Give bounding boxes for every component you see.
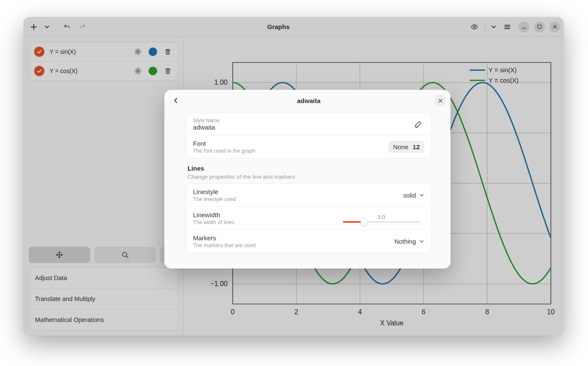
lines-card: Linestyle The linestyle used solid Linew… bbox=[186, 183, 431, 253]
style-name-label: Style Name bbox=[193, 118, 408, 124]
minimize-button[interactable] bbox=[518, 21, 529, 32]
svg-text:1.00: 1.00 bbox=[214, 79, 228, 86]
equation-item[interactable]: Y = sin(X) bbox=[29, 42, 178, 61]
gear-icon bbox=[134, 67, 142, 75]
pan-tool-button[interactable] bbox=[29, 247, 90, 263]
font-row[interactable]: Font The font used in the graph None 12 bbox=[186, 135, 431, 158]
operations-list: Adjust Data Translate and Multiply Mathe… bbox=[29, 267, 178, 331]
hamburger-menu-button[interactable] bbox=[500, 20, 514, 34]
view-menu-button[interactable] bbox=[489, 20, 499, 34]
add-menu-button[interactable] bbox=[42, 20, 52, 34]
undo-button[interactable] bbox=[60, 20, 74, 34]
dialog-title: adwaita bbox=[183, 97, 434, 104]
linewidth-row: Linewidth The width of lines 3.0 bbox=[186, 207, 431, 230]
font-label: Font bbox=[193, 140, 384, 147]
slider-track[interactable] bbox=[343, 221, 420, 223]
svg-text:−1.00: −1.00 bbox=[211, 280, 228, 287]
markers-row[interactable]: Markers The markers that are used Nothin… bbox=[186, 230, 431, 253]
linewidth-label: Linewidth bbox=[193, 211, 334, 218]
app-window: Graphs Y = sin(X) bbox=[23, 17, 564, 336]
dialog-header: adwaita bbox=[164, 90, 451, 111]
linestyle-label: Linestyle bbox=[193, 188, 399, 195]
minimize-icon bbox=[521, 24, 527, 30]
trash-icon bbox=[164, 68, 171, 74]
svg-text:2: 2 bbox=[295, 308, 298, 316]
dialog-close-button[interactable] bbox=[434, 94, 446, 106]
svg-text:Y = cos(X): Y = cos(X) bbox=[489, 77, 518, 84]
svg-point-0 bbox=[474, 26, 475, 27]
slider-thumb[interactable] bbox=[360, 218, 368, 226]
close-icon bbox=[438, 98, 443, 103]
trash-icon bbox=[164, 48, 171, 55]
accordion-item[interactable]: Translate and Multiply bbox=[29, 288, 178, 309]
hamburger-icon bbox=[504, 24, 511, 30]
accordion-item[interactable]: Adjust Data bbox=[29, 268, 178, 288]
equation-settings-button[interactable] bbox=[133, 66, 143, 76]
svg-point-2 bbox=[137, 51, 139, 53]
linewidth-slider[interactable]: 3.0 bbox=[339, 214, 424, 223]
check-icon bbox=[36, 49, 42, 55]
equation-label: Y = cos(X) bbox=[50, 68, 128, 74]
font-picker-button[interactable]: None 12 bbox=[389, 141, 424, 153]
svg-text:10: 10 bbox=[547, 308, 555, 316]
markers-sub: The markers that are used bbox=[193, 242, 390, 248]
chevron-down-icon bbox=[419, 193, 424, 198]
search-icon bbox=[122, 251, 129, 259]
redo-icon bbox=[79, 24, 86, 30]
equation-delete-button[interactable] bbox=[163, 47, 173, 56]
general-card: Style Name adwaita Font The font used in… bbox=[186, 113, 431, 159]
sidebar: Y = sin(X) Y = cos(X) bbox=[23, 37, 184, 336]
equation-settings-button[interactable] bbox=[133, 47, 143, 56]
style-name-row[interactable]: Style Name adwaita bbox=[186, 113, 431, 135]
svg-text:0: 0 bbox=[231, 308, 235, 316]
linestyle-sub: The linestyle used bbox=[193, 196, 399, 202]
undo-icon bbox=[64, 24, 70, 30]
plus-icon bbox=[30, 24, 37, 30]
visibility-button[interactable] bbox=[468, 20, 481, 34]
markers-dropdown[interactable]: Nothing bbox=[395, 238, 424, 245]
separator bbox=[485, 22, 485, 32]
font-size: 12 bbox=[412, 143, 420, 151]
equation-list: Y = sin(X) Y = cos(X) bbox=[29, 42, 178, 81]
font-sub: The font used in the graph bbox=[193, 148, 384, 154]
edit-style-name-button[interactable] bbox=[412, 118, 424, 130]
svg-text:8: 8 bbox=[486, 308, 489, 316]
lines-sub: Change properties of the line and marker… bbox=[187, 174, 430, 180]
style-name-value: adwaita bbox=[193, 124, 408, 131]
equation-delete-button[interactable] bbox=[163, 66, 173, 76]
equation-toggle[interactable] bbox=[34, 47, 44, 57]
accordion-item[interactable]: Mathematical Operations bbox=[29, 309, 178, 330]
lines-title: Lines bbox=[187, 165, 430, 172]
maximize-icon bbox=[537, 24, 542, 29]
chevron-down-icon bbox=[44, 24, 50, 30]
dialog-back-button[interactable] bbox=[169, 93, 183, 108]
tool-row bbox=[29, 247, 178, 263]
markers-value: Nothing bbox=[395, 238, 416, 245]
equation-color-swatch[interactable] bbox=[149, 67, 157, 75]
chevron-down-icon bbox=[491, 24, 496, 30]
svg-text:X Value: X Value bbox=[380, 319, 404, 327]
markers-label: Markers bbox=[193, 234, 390, 242]
headerbar: Graphs bbox=[23, 17, 564, 37]
move-icon bbox=[56, 251, 63, 259]
close-icon bbox=[553, 24, 557, 29]
maximize-button[interactable] bbox=[534, 21, 545, 32]
font-name: None bbox=[393, 143, 408, 151]
check-icon bbox=[36, 68, 42, 74]
dialog-body[interactable]: Style Name adwaita Font The font used in… bbox=[164, 111, 451, 269]
equation-toggle[interactable] bbox=[34, 66, 44, 76]
equation-item[interactable]: Y = cos(X) bbox=[29, 61, 178, 80]
equation-color-swatch[interactable] bbox=[149, 47, 157, 56]
close-button[interactable] bbox=[549, 21, 560, 32]
zoom-tool-button[interactable] bbox=[94, 247, 156, 263]
add-button[interactable] bbox=[27, 20, 41, 34]
svg-text:6: 6 bbox=[422, 308, 426, 316]
linewidth-sub: The width of lines bbox=[193, 219, 334, 225]
style-dialog: adwaita Style Name adwaita Font The font… bbox=[164, 90, 451, 269]
gear-icon bbox=[134, 48, 142, 56]
svg-rect-1 bbox=[538, 25, 541, 29]
linestyle-dropdown[interactable]: solid bbox=[403, 192, 424, 199]
redo-button[interactable] bbox=[76, 20, 89, 34]
equation-label: Y = sin(X) bbox=[50, 48, 128, 55]
linestyle-row[interactable]: Linestyle The linestyle used solid bbox=[186, 184, 431, 207]
